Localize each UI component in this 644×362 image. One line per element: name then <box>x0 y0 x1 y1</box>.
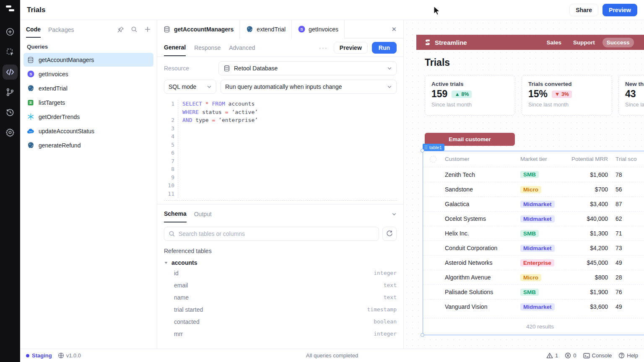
table-row[interactable]: Helix Inc.SMB$1,30071 <box>423 226 644 240</box>
query-item-listTargets[interactable]: listTargets <box>23 96 153 109</box>
plus-icon[interactable] <box>144 26 151 33</box>
sql-mode-select[interactable]: SQL mode <box>164 80 216 94</box>
nav-link-success[interactable]: Success <box>602 38 634 47</box>
schema-field-name[interactable]: nametext <box>157 291 403 303</box>
cell-tier: Micro <box>520 186 564 193</box>
version-selector[interactable]: v1.0.0 <box>58 352 81 359</box>
table-row[interactable]: Ocelot SystemsMidmarket$40,00062 <box>423 211 644 226</box>
table-row[interactable]: Vanguard VisionMidmarket$3,60049 <box>423 299 644 314</box>
query-label: extendTrial <box>39 85 68 92</box>
cell-score: 73 <box>615 245 644 251</box>
schema-field-trial-started[interactable]: trial startedtimestamp <box>157 303 403 315</box>
column-header-market-tier[interactable]: Market tier <box>520 156 564 162</box>
rail-code-button[interactable] <box>3 65 18 80</box>
cell-score: 49 <box>615 303 644 310</box>
field-type: text <box>384 282 397 288</box>
rail-select-button[interactable] <box>3 44 18 59</box>
cell-mrr: $1,600 <box>564 171 615 178</box>
column-header-potential-mrr[interactable]: Potential MRR <box>564 156 615 162</box>
selection-handle[interactable] <box>421 149 424 153</box>
table-row[interactable]: SandstoneMicro$70056 <box>423 182 644 197</box>
schema-field-mrr[interactable]: mrrinteger <box>157 328 403 340</box>
cell-tier: SMB <box>520 230 564 237</box>
stat-sub: Since last month <box>431 101 509 108</box>
stat-sub: Since la <box>625 101 644 108</box>
status-bar: Staging v1.0.0 All queries completed 1 0… <box>20 349 644 362</box>
nav-link-support[interactable]: Support <box>569 38 599 47</box>
share-button[interactable]: Share <box>569 4 598 16</box>
selection-handle[interactable] <box>421 333 424 337</box>
column-header-customer[interactable]: Customer <box>445 156 520 162</box>
rail-settings-button[interactable] <box>3 125 18 140</box>
schema-search-input[interactable] <box>179 230 374 237</box>
close-tab-icon[interactable]: ✕ <box>384 26 403 33</box>
tier-badge: SMB <box>520 230 539 237</box>
env-label: Staging <box>32 352 52 359</box>
editor-tab-extendTrial[interactable]: extendTrial <box>240 20 292 39</box>
subtab-advanced[interactable]: Advanced <box>229 39 255 56</box>
query-item-getOrderTrends[interactable]: getOrderTrends <box>23 110 153 124</box>
help-label: Help <box>627 352 638 359</box>
search-icon[interactable] <box>131 26 138 33</box>
row-checkbox[interactable] <box>430 156 436 163</box>
nav-link-sales[interactable]: Sales <box>543 38 566 47</box>
query-preview-button[interactable]: Preview <box>334 42 368 54</box>
help-button[interactable]: Help <box>618 352 638 359</box>
console-button[interactable]: Console <box>583 352 612 359</box>
code-panel: Code Packages Queries getAccountManagers… <box>20 20 157 349</box>
cell-tier: Midmarket <box>520 201 564 208</box>
table-row[interactable]: Palisade SolutionsSMB$1,90076 <box>423 284 644 299</box>
rail-branch-button[interactable] <box>3 85 18 100</box>
table-row[interactable]: Algorithm AvenueMicro$80028 <box>423 270 644 284</box>
schema-table-accounts[interactable]: accounts <box>157 256 403 267</box>
cell-customer: Zenith Tech <box>445 171 520 178</box>
query-item-updateAccountStatus[interactable]: updateAccountStatus <box>23 124 153 138</box>
rail-history-button[interactable] <box>3 105 18 120</box>
run-button[interactable]: Run <box>372 42 397 54</box>
tab-code[interactable]: Code <box>26 21 41 38</box>
stat-value: 43 <box>625 88 636 100</box>
schema-field-email[interactable]: emailtext <box>157 279 403 291</box>
table-component[interactable]: CustomerMarket tierPotential MRRTrial sc… <box>423 151 644 335</box>
page-title: Trials <box>425 57 450 68</box>
component-tag[interactable]: table1 <box>423 144 444 151</box>
pin-icon[interactable] <box>117 26 124 33</box>
warnings-indicator[interactable]: 1 <box>546 352 558 359</box>
component-tag-label: table1 <box>429 145 442 150</box>
field-type: timestamp <box>367 306 397 313</box>
collapse-chevron-icon[interactable] <box>392 212 397 217</box>
errors-indicator[interactable]: 0 <box>565 352 576 359</box>
cloud-icon <box>27 127 34 135</box>
column-header-trial-sco[interactable]: Trial sco <box>615 156 644 162</box>
schema-field-contacted[interactable]: contactedboolean <box>157 315 403 328</box>
query-item-getAccountManagers[interactable]: getAccountManagers <box>23 53 153 67</box>
tab-schema[interactable]: Schema <box>164 205 187 222</box>
editor-tab-getAccountManagers[interactable]: getAccountManagers <box>157 20 240 39</box>
subtab-general[interactable]: General <box>164 39 186 56</box>
run-trigger-select[interactable]: Run query automatically when inputs chan… <box>221 80 397 94</box>
refresh-schema-button[interactable] <box>382 227 397 241</box>
postgres-icon <box>27 142 34 149</box>
rail-add-button[interactable] <box>3 24 18 39</box>
resource-select[interactable]: Retool Database <box>218 61 397 75</box>
table-row[interactable]: GalacticaMidmarket$3,40087 <box>423 197 644 211</box>
query-item-getInvoices[interactable]: SgetInvoices <box>23 67 153 81</box>
table-row[interactable]: Asteroid NetworksEnterprise$45,00049 <box>423 255 644 270</box>
environment-selector[interactable]: Staging <box>26 352 52 359</box>
cell-tier: Micro <box>520 274 564 281</box>
tab-output[interactable]: Output <box>194 206 212 222</box>
editor-tab-getInvoices[interactable]: SgetInvoices <box>292 20 345 39</box>
expand-chevron-icon <box>164 261 168 265</box>
preview-app-button[interactable]: Preview <box>602 4 637 16</box>
overflow-menu-icon[interactable]: ··· <box>319 44 334 51</box>
cell-tier: Enterprise <box>520 259 564 266</box>
query-item-generateRefund[interactable]: generateRefund <box>23 138 153 152</box>
tier-badge: Midmarket <box>520 303 555 310</box>
table-row[interactable]: Conduit CorporationMidmarket$4,20073 <box>423 240 644 255</box>
schema-field-id[interactable]: idinteger <box>157 267 403 279</box>
sql-code-editor[interactable]: 1 234567891011 SELECT * FROM accountsWHE… <box>164 100 397 201</box>
subtab-response[interactable]: Response <box>194 39 221 56</box>
query-item-extendTrial[interactable]: extendTrial <box>23 81 153 95</box>
table-row[interactable]: Zenith TechSMB$1,60078 <box>423 167 644 182</box>
tab-packages[interactable]: Packages <box>48 21 74 37</box>
